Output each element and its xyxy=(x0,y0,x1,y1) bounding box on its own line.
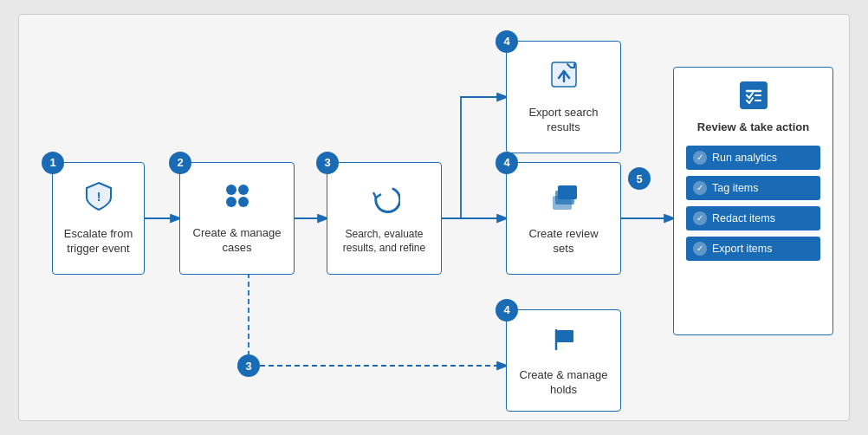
right-panel: 5 Review & take action ✓ Run analytics ✓… xyxy=(673,67,833,335)
node-export-search-label: Export searchresults xyxy=(528,106,598,135)
run-analytics-btn[interactable]: ✓ Run analytics xyxy=(686,146,820,170)
svg-point-7 xyxy=(226,197,236,207)
node-holds-label: Create & manageholds xyxy=(520,368,608,398)
grid-icon xyxy=(223,181,252,218)
step-badge-4a: 4 xyxy=(496,30,518,53)
node-cases-label: Create & manage cases xyxy=(193,226,282,256)
step-badge-3b: 3 xyxy=(237,354,260,377)
svg-rect-16 xyxy=(740,81,768,109)
step-badge-1: 1 xyxy=(42,152,64,174)
node-search-label: Search, evaluateresults, and refine xyxy=(343,228,425,255)
check-icon-analytics: ✓ xyxy=(693,151,707,165)
diagram-container: 1 ! Escalate from trigger event 2 Create… xyxy=(18,14,850,421)
flag-icon xyxy=(549,323,579,360)
check-icon-redact: ✓ xyxy=(693,211,707,225)
node-export-search: 4 Export searchresults xyxy=(506,41,621,153)
check-icon-tag: ✓ xyxy=(693,181,707,195)
svg-rect-12 xyxy=(558,185,577,199)
step-badge-4c: 4 xyxy=(496,299,518,321)
svg-point-5 xyxy=(226,185,236,195)
tag-items-btn[interactable]: ✓ Tag items xyxy=(686,176,820,200)
export-items-btn[interactable]: ✓ Export items xyxy=(686,237,820,261)
node-cases: 2 Create & manage cases xyxy=(179,162,295,275)
node-escalate: 1 ! Escalate from trigger event xyxy=(52,162,145,275)
shield-icon: ! xyxy=(83,180,114,219)
step-badge-3: 3 xyxy=(316,152,339,174)
svg-text:!: ! xyxy=(96,190,100,204)
checklist-icon xyxy=(738,80,769,117)
export-icon xyxy=(548,59,580,98)
refresh-icon xyxy=(369,182,400,221)
svg-point-6 xyxy=(238,185,249,195)
svg-point-8 xyxy=(238,197,249,207)
redact-items-btn[interactable]: ✓ Redact items xyxy=(686,206,820,230)
node-escalate-label: Escalate from trigger event xyxy=(64,227,133,256)
node-holds: 4 Create & manageholds xyxy=(506,309,621,412)
layers-icon xyxy=(548,180,580,219)
step-badge-5: 5 xyxy=(628,167,651,190)
step-badge-4b: 4 xyxy=(496,152,518,174)
node-review-sets-label: Create reviewsets xyxy=(528,227,598,256)
node-review-sets: 4 Create reviewsets xyxy=(506,162,621,275)
check-icon-export: ✓ xyxy=(693,242,707,256)
step-badge-2: 2 xyxy=(169,152,191,174)
node-search: 3 Search, evaluateresults, and refine xyxy=(327,162,442,275)
panel-title: Review & take action xyxy=(697,120,809,135)
